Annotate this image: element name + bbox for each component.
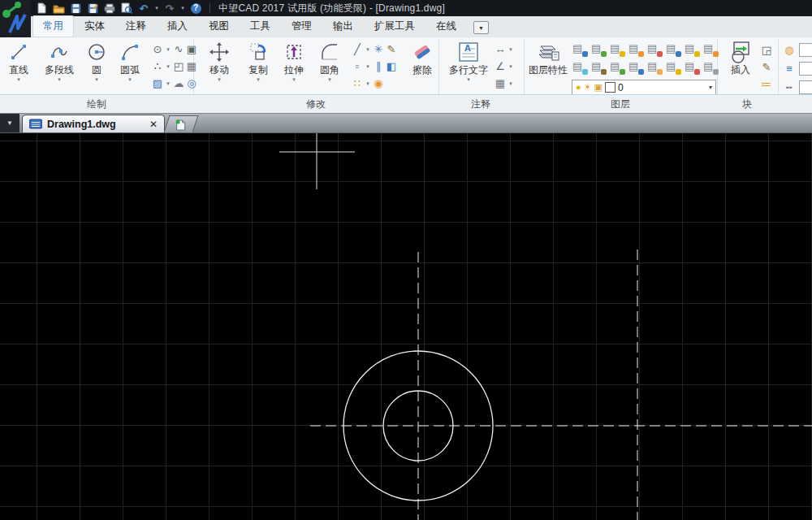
tab-annotate[interactable]: 注释 <box>115 15 157 37</box>
extend-icon[interactable]: ✎ <box>385 43 398 56</box>
region-icon[interactable]: ◰ <box>172 60 185 73</box>
plot-icon[interactable] <box>102 2 117 15</box>
redo-dropdown-icon[interactable]: ▾ <box>179 5 186 11</box>
array-dropdown-icon[interactable]: ▾ <box>364 80 372 87</box>
tab-express[interactable]: 扩展工具 <box>364 15 425 37</box>
layer-select-dropdown-icon[interactable]: ▾ <box>709 84 712 91</box>
lineweight-control[interactable]: ≡ <box>783 62 812 76</box>
layer-tool-icon[interactable]: ▤ <box>665 60 681 75</box>
layer-properties-button[interactable]: 图层特性 <box>526 40 570 76</box>
explode-mark-icon[interactable]: ✳ <box>372 43 385 56</box>
block-edit-icon[interactable]: ✎ <box>760 61 773 75</box>
array-icon[interactable]: ∷ <box>351 77 364 90</box>
line-button[interactable]: 直线 ▾ <box>2 40 36 83</box>
new-tab-button[interactable] <box>164 115 199 132</box>
layer-tool-icon[interactable]: ▤ <box>609 60 625 75</box>
group-label-strip: 绘制 修改 注释 图层 块 <box>0 94 812 113</box>
layer-tool-icon[interactable]: ▤ <box>590 42 607 57</box>
save-as-icon[interactable] <box>85 2 100 15</box>
new-file-icon[interactable] <box>34 2 49 15</box>
layer-tool-icon[interactable]: ▤ <box>665 42 681 57</box>
create-block-icon[interactable]: ◲ <box>760 44 773 58</box>
tab-output[interactable]: 输出 <box>322 15 364 37</box>
layer-tool-icon[interactable]: ▤ <box>628 42 644 57</box>
tab-tools[interactable]: 工具 <box>240 15 281 37</box>
undo-icon[interactable]: ↶ <box>136 2 151 15</box>
move-button[interactable]: 移动 ▾ <box>201 40 237 83</box>
trim-icon[interactable]: ╱ <box>351 43 364 56</box>
layer-tool-icon[interactable]: ▤ <box>702 60 719 75</box>
layer-tool-icon[interactable]: ▤ <box>702 42 719 57</box>
layer-tool-icon[interactable]: ▤ <box>572 42 588 57</box>
leader-dropdown-icon[interactable]: ▾ <box>507 63 515 70</box>
close-tab-icon[interactable]: ✕ <box>149 119 158 130</box>
tab-view[interactable]: 视图 <box>198 15 240 37</box>
cluster-row: ╱ ▾ ✳ ✎ <box>351 41 398 57</box>
undo-dropdown-icon[interactable]: ▾ <box>153 5 160 11</box>
mirror-icon[interactable]: ◧ <box>385 60 398 73</box>
ribbon-overflow-button[interactable]: ▼ <box>473 21 489 34</box>
offset-icon[interactable]: ∥ <box>372 60 385 73</box>
donut-icon[interactable]: ◎ <box>185 77 198 90</box>
cluster-row: ∷ ▾ ◉ <box>351 76 398 91</box>
ellipse-dropdown-icon[interactable]: ▾ <box>164 46 172 53</box>
spline-icon[interactable]: ∿ <box>172 43 185 56</box>
arc-button[interactable]: 圆弧 ▾ <box>112 40 148 83</box>
help-icon[interactable]: ? <box>188 2 203 15</box>
table-icon[interactable]: ▦ <box>494 77 507 90</box>
layer-tool-icon[interactable]: ▤ <box>646 60 663 75</box>
explode-icon[interactable]: ◉ <box>372 77 385 90</box>
point-icon[interactable]: ∴ <box>151 60 164 73</box>
layer-properties-icon <box>536 40 560 64</box>
tab-list-button[interactable]: ▼ <box>0 114 19 132</box>
rectangle-icon[interactable]: ▣ <box>185 43 198 56</box>
mtext-button[interactable]: A 多行文字 ▾ <box>445 40 492 83</box>
layer-tool-icon[interactable]: ▤ <box>590 60 607 75</box>
tab-manage[interactable]: 管理 <box>281 15 322 37</box>
stretch-button[interactable]: 拉伸 ▾ <box>278 40 310 83</box>
scale-dropdown-icon[interactable]: ▾ <box>364 63 372 70</box>
revcloud-icon[interactable]: ☁ <box>172 77 185 90</box>
dimension-icon[interactable]: ↔ <box>494 43 507 56</box>
linetype-control[interactable]: ╍ <box>783 80 812 94</box>
trim-dropdown-icon[interactable]: ▾ <box>364 46 372 53</box>
fillet-button[interactable]: 圆角 ▾ <box>312 40 348 83</box>
group-label-layer: 图层 <box>611 98 630 111</box>
redo-icon[interactable]: ↷ <box>162 2 177 15</box>
tab-solid[interactable]: 实体 <box>74 15 115 37</box>
tab-home[interactable]: 常用 <box>32 15 74 37</box>
layer-tool-icon[interactable]: ▤ <box>572 60 588 75</box>
table-dropdown-icon[interactable]: ▾ <box>507 80 515 87</box>
attributes-icon[interactable]: ≔ <box>760 78 773 92</box>
hatch-icon[interactable]: ▦ <box>185 60 198 73</box>
layer-tool-icon[interactable]: ▤ <box>609 42 625 57</box>
preview-icon[interactable] <box>119 2 134 15</box>
drawing-canvas[interactable] <box>0 133 812 520</box>
dimension-dropdown-icon[interactable]: ▾ <box>507 46 515 53</box>
open-folder-icon[interactable] <box>51 2 66 15</box>
layer-select[interactable]: ● ☀ ▣ 0 ▾ <box>572 80 716 95</box>
copy-button[interactable]: 复制 ▾ <box>240 40 276 83</box>
tab-insert[interactable]: 插入 <box>157 15 198 37</box>
layer-tool-icon[interactable]: ▤ <box>628 60 644 75</box>
group-label-draw: 绘制 <box>87 98 106 111</box>
save-icon[interactable] <box>68 2 83 15</box>
linetype-box <box>799 80 812 94</box>
leader-icon[interactable]: ∠ <box>494 60 507 73</box>
point-dropdown-icon[interactable]: ▾ <box>164 63 172 70</box>
ellipse-icon[interactable]: ⊙ <box>151 43 164 56</box>
fillet-icon <box>319 40 340 64</box>
erase-button[interactable]: 擦除 <box>406 40 438 76</box>
layer-tool-icon[interactable]: ▤ <box>684 60 700 75</box>
layer-tool-icon[interactable]: ▤ <box>646 42 663 57</box>
polyline-button[interactable]: 多段线 ▾ <box>37 40 81 83</box>
document-tab-active[interactable]: Drawing1.dwg ✕ <box>22 115 165 132</box>
gradient-icon[interactable]: ▨ <box>151 77 164 90</box>
circle-button[interactable]: 圆 ▾ <box>81 40 112 83</box>
scale-icon[interactable]: ▫ <box>351 60 364 73</box>
gradient-dropdown-icon[interactable]: ▾ <box>164 80 172 87</box>
tab-online[interactable]: 在线 <box>425 15 467 37</box>
insert-block-button[interactable]: 插入 <box>723 40 758 76</box>
color-control[interactable]: ◍ <box>783 43 812 57</box>
layer-tool-icon[interactable]: ▤ <box>684 42 700 57</box>
